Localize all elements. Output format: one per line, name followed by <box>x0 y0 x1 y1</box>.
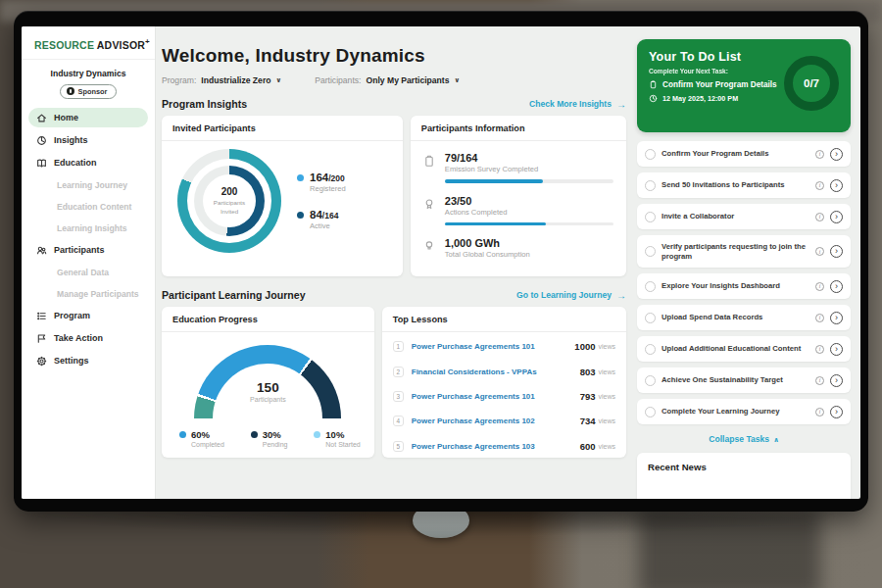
stat-actions-completed: 23/50 Actions Completed <box>423 195 613 226</box>
legend-pending: 30%Pending <box>251 429 288 448</box>
arrow-right-icon: → <box>616 290 626 301</box>
task-checkbox[interactable] <box>645 212 656 222</box>
emission-survey-progress-bar <box>445 179 613 183</box>
app-logo: RESOURCE ADVISOR+ <box>22 35 155 60</box>
settings-icon <box>36 356 47 367</box>
education-progress-gauge: 150 Participants <box>194 345 341 420</box>
chevron-right-icon[interactable]: › <box>830 245 843 258</box>
page-title: Welcome, Industry Dynamics <box>162 45 626 67</box>
info-icon[interactable]: i <box>815 376 824 385</box>
insights-icon <box>36 135 47 146</box>
sidebar-item-learning-journey[interactable]: Learning Journey <box>28 175 148 194</box>
gauge-legend: 60%Completed 30%Pending 10%Not Started <box>162 420 374 448</box>
go-to-learning-journey-link[interactable]: Go to Learning Journey → <box>516 290 626 301</box>
check-more-insights-link[interactable]: Check More Insights → <box>529 99 626 110</box>
sidebar-item-learning-insights[interactable]: Learning Insights <box>28 219 148 237</box>
sidebar-nav: Home Insights Education Learning Journey… <box>22 107 155 372</box>
legend-active: 84/164 Active <box>297 209 346 230</box>
participants-filter[interactable]: Participants: Only My Participants ∨ <box>315 75 460 85</box>
sidebar-item-general-data[interactable]: General Data <box>28 263 148 281</box>
recent-news-card: Recent News <box>637 453 851 499</box>
legend-dot <box>314 431 320 438</box>
sidebar-item-settings[interactable]: Settings <box>28 351 148 370</box>
chevron-right-icon[interactable]: › <box>830 343 843 356</box>
lesson-row[interactable]: 3 Power Purchase Agreements 101 793 view… <box>382 384 626 409</box>
participants-information-card: Participants Information 79/164 Emission… <box>411 116 626 276</box>
task-row[interactable]: Upload Additional Educational Content i … <box>637 336 851 362</box>
sidebar-item-education[interactable]: Education <box>28 153 148 172</box>
program-filter-value: Industrialize Zero <box>201 75 270 85</box>
info-icon[interactable]: i <box>815 247 824 256</box>
task-row[interactable]: Confirm Your Program Details i › <box>637 141 851 167</box>
chevron-right-icon[interactable]: › <box>830 280 843 293</box>
chevron-down-icon: ∨ <box>276 76 282 84</box>
top-lessons-card: Top Lessons 1 Power Purchase Agreements … <box>382 307 626 458</box>
sidebar-item-participants[interactable]: Participants <box>28 240 148 260</box>
info-icon[interactable]: i <box>815 181 824 190</box>
chevron-right-icon[interactable]: › <box>830 312 843 324</box>
task-row[interactable]: Complete Your Learning Journey i › <box>637 399 851 424</box>
legend-not-started: 10%Not Started <box>314 429 360 448</box>
education-icon <box>36 158 47 169</box>
learning-journey-title: Participant Learning Journey <box>162 289 306 301</box>
lesson-row[interactable]: 4 Power Purchase Agreements 102 734 view… <box>382 409 626 433</box>
info-icon[interactable]: i <box>815 213 824 221</box>
task-checkbox[interactable] <box>645 180 656 191</box>
info-icon[interactable]: i <box>815 314 824 322</box>
sidebar-item-take-action[interactable]: Take Action <box>28 328 148 348</box>
donut-legend: 164/200 Registered 84/164 Active <box>297 172 346 230</box>
task-checkbox[interactable] <box>645 149 656 160</box>
chevron-right-icon[interactable]: › <box>830 211 843 223</box>
task-checkbox[interactable] <box>645 344 656 355</box>
sponsor-badge[interactable]: Sponsor <box>60 84 118 99</box>
info-icon[interactable]: i <box>815 150 824 159</box>
legend-completed: 60%Completed <box>179 429 224 448</box>
actions-icon <box>423 195 436 226</box>
sidebar-item-education-content[interactable]: Education Content <box>28 197 148 216</box>
participants-icon <box>36 245 47 256</box>
legend-registered: 164/200 Registered <box>297 172 346 193</box>
take-action-icon <box>36 333 47 344</box>
task-row[interactable]: Explore Your Insights Dashboard i › <box>637 273 851 299</box>
lesson-row[interactable]: 5 Power Purchase Agreements 103 600 view… <box>382 434 626 459</box>
gauge-center-label: 150 Participants <box>194 380 341 403</box>
chevron-right-icon[interactable]: › <box>830 179 843 192</box>
todo-panel: Your To Do List Complete Your Next Task:… <box>637 26 860 499</box>
task-checkbox[interactable] <box>645 313 656 323</box>
task-row[interactable]: Send 50 Invitations to Participants i › <box>637 172 851 198</box>
sidebar-item-program[interactable]: Program <box>28 306 148 325</box>
program-insights-title: Program Insights <box>162 98 247 110</box>
chevron-up-icon: ∧ <box>773 436 779 443</box>
legend-dot <box>297 174 304 181</box>
program-insights-section-header: Program Insights Check More Insights → <box>162 98 626 110</box>
lesson-row[interactable]: 2 Financial Considerations - VPPAs 803 v… <box>382 359 626 383</box>
sponsor-badge-icon <box>67 87 74 95</box>
task-row[interactable]: Achieve One Sustainability Target i › <box>637 368 851 393</box>
clipboard-icon <box>649 80 658 89</box>
task-checkbox[interactable] <box>645 246 656 257</box>
sponsor-badge-label: Sponsor <box>78 87 108 96</box>
chevron-right-icon[interactable]: › <box>830 406 843 418</box>
program-filter-label: Program: <box>162 75 196 85</box>
task-row[interactable]: Invite a Collaborator i › <box>637 204 851 229</box>
task-checkbox[interactable] <box>645 281 656 292</box>
sidebar-item-home[interactable]: Home <box>28 108 148 127</box>
recent-news-title: Recent News <box>648 462 840 472</box>
sidebar-item-manage-participants[interactable]: Manage Participants <box>28 284 148 303</box>
invited-participants-card-title: Invited Participants <box>162 116 403 141</box>
task-row[interactable]: Verify participants requesting to join t… <box>637 235 851 268</box>
chevron-right-icon[interactable]: › <box>830 148 843 161</box>
lesson-row[interactable]: 1 Power Purchase Agreements 101 1000 vie… <box>382 334 626 359</box>
collapse-tasks-link[interactable]: Collapse Tasks∧ <box>637 434 851 444</box>
monitor-bezel: RESOURCE ADVISOR+ Industry Dynamics Spon… <box>14 11 868 512</box>
chevron-right-icon[interactable]: › <box>830 374 843 387</box>
info-icon[interactable]: i <box>815 408 824 416</box>
sidebar-item-insights[interactable]: Insights <box>28 130 148 150</box>
program-filter[interactable]: Program: Industrialize Zero ∨ <box>162 75 281 85</box>
task-checkbox[interactable] <box>645 375 656 386</box>
info-icon[interactable]: i <box>815 282 824 291</box>
stat-global-consumption: 1,000 GWh Total Global Consumption <box>423 237 613 259</box>
task-checkbox[interactable] <box>645 407 656 417</box>
info-icon[interactable]: i <box>815 345 824 354</box>
task-row[interactable]: Upload Spend Data Records i › <box>637 305 851 330</box>
